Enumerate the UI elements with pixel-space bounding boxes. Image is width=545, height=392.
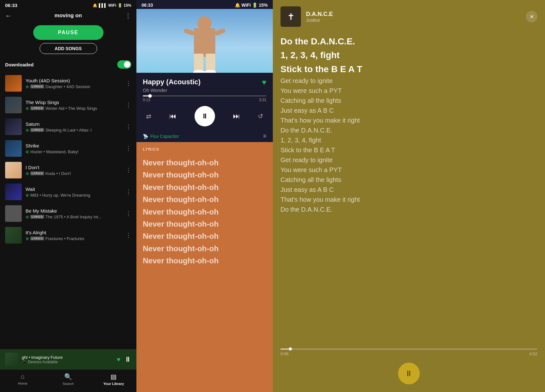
song-dots-bemistake[interactable]: ⋮ bbox=[126, 210, 131, 217]
time-panel2: 06:33 bbox=[142, 3, 153, 8]
dance-lyric-8: That's how you make it right bbox=[280, 116, 537, 125]
song-info-idont: I Don't ⊕ LYRICS Koda • I Don't bbox=[26, 165, 120, 176]
dance-lyric-3: Stick to the B E A T bbox=[280, 62, 537, 76]
song-artist-bemistake: The 1975 • A Brief Inquiry Int... bbox=[45, 215, 102, 219]
lyrics-panel: LYRICS Never thought-oh-oh Never thought… bbox=[136, 142, 273, 392]
song-dots-shrike[interactable]: ⋮ bbox=[126, 145, 131, 152]
nav-library[interactable]: ▤ Your Library bbox=[91, 373, 136, 386]
song-info-wisp: The Wisp Sings ⊕ LYRICS Winter Aid • The… bbox=[26, 100, 120, 111]
progress-track[interactable] bbox=[143, 95, 266, 96]
p3-progress-track[interactable] bbox=[280, 349, 537, 350]
mini-player-title: ght • Imaginary Future bbox=[22, 355, 113, 360]
panel1-header: ← moving on ⋮ bbox=[0, 9, 136, 21]
playback-controls: ⇄ ⏮ ⏸ ⏭ ↺ bbox=[136, 102, 273, 130]
song-dots-saturn[interactable]: ⋮ bbox=[126, 123, 131, 130]
download-icon-wisp: ⊕ bbox=[26, 106, 29, 111]
progress-current: 0:13 bbox=[143, 98, 150, 102]
lyrics-lines: Never thought-oh-oh Never thought-oh-oh … bbox=[143, 157, 266, 267]
nav-home[interactable]: ⌂ Home bbox=[0, 373, 45, 386]
next-button[interactable]: ⏭ bbox=[233, 112, 240, 120]
panel3-dance-lyrics: ✝ D.A.N.C.E Justice ✕ Do the D.A.N.C.E. … bbox=[273, 0, 545, 392]
mini-player-sub: 📱 Devices Available bbox=[22, 360, 113, 364]
p3-progress-handle bbox=[289, 347, 292, 351]
pause-button-mini[interactable]: ⏸ bbox=[124, 355, 131, 364]
song-dots-idont[interactable]: ⋮ bbox=[126, 167, 131, 174]
search-icon: 🔍 bbox=[64, 373, 72, 381]
dance-lyric-15: Just easy as A B C bbox=[280, 185, 537, 195]
song-item-youth[interactable]: Youth (4AD Session) ⊕ LYRICS Daughter • … bbox=[0, 72, 136, 94]
download-toggle[interactable] bbox=[117, 60, 131, 69]
more-options-button[interactable]: ⋮ bbox=[125, 12, 131, 19]
battery-percent: 15% bbox=[124, 3, 131, 8]
song-title-saturn: Saturn bbox=[26, 121, 120, 127]
queue-button[interactable]: ≡ bbox=[263, 133, 266, 139]
lyrics-badge-bemistake: LYRICS bbox=[30, 215, 44, 219]
bottom-nav: ⌂ Home 🔍 Search ▤ Your Library bbox=[0, 369, 136, 392]
alarm-icon: 🔔 bbox=[93, 3, 97, 8]
song-item-saturn[interactable]: Saturn ⊕ LYRICS Sleeping At Last • Atlas… bbox=[0, 116, 136, 138]
status-bar-panel2: 06:33 🔔 WiFi 🔋 15% bbox=[136, 0, 273, 9]
song-title-idont: I Don't bbox=[26, 165, 120, 170]
dance-lyric-7: Just easy as A B C bbox=[280, 106, 537, 116]
lyric-line-7: Never thought-oh-oh bbox=[143, 230, 266, 242]
repeat-button[interactable]: ↺ bbox=[258, 112, 263, 120]
shuffle-button[interactable]: ⇄ bbox=[146, 112, 151, 120]
song-dots-alright[interactable]: ⋮ bbox=[126, 232, 131, 239]
download-icon-idont: ⊕ bbox=[26, 171, 29, 176]
dance-lyric-16: That's how you make it right bbox=[280, 195, 537, 205]
time-panel1: 06:33 bbox=[5, 3, 17, 8]
progress-times: 0:13 3:31 bbox=[143, 98, 266, 102]
playing-artist: Oh Wonder bbox=[143, 87, 201, 93]
lyrics-badge-saturn: LYRICS bbox=[30, 128, 44, 132]
download-icon-wait: ⊕ bbox=[26, 193, 29, 198]
song-item-shrike[interactable]: Shrike ⊕ Hozier • Wasteland, Baby! ⋮ bbox=[0, 138, 136, 159]
like-button-mini[interactable]: ♥ bbox=[117, 356, 120, 363]
download-icon-saturn: ⊕ bbox=[26, 128, 29, 132]
alarm-icon-p2: 🔔 bbox=[235, 3, 240, 8]
song-dots-wait[interactable]: ⋮ bbox=[126, 188, 131, 195]
battery-icon-p2: 🔋 15% bbox=[252, 3, 268, 8]
song-info-alright: It's Alright ⊕ LYRICS Fractures • Fractu… bbox=[26, 230, 120, 241]
song-title-shrike: Shrike bbox=[26, 143, 120, 148]
nav-search[interactable]: 🔍 Search bbox=[45, 373, 91, 386]
song-info-wait: Wait ⊕ M83 • Hurry up, We're Dreaming bbox=[26, 186, 120, 198]
song-list: Youth (4AD Session) ⊕ LYRICS Daughter • … bbox=[0, 72, 136, 349]
pause-button[interactable]: PAUSE bbox=[33, 25, 104, 40]
progress-area: 0:13 3:31 bbox=[136, 95, 273, 102]
dance-lyric-17: Do the D.A.N.C.E. bbox=[280, 205, 537, 215]
progress-handle bbox=[148, 94, 152, 98]
p3-current-time: 0:06 bbox=[280, 351, 288, 356]
close-button[interactable]: ✕ bbox=[526, 11, 537, 22]
panel2-player: 06:33 🔔 WiFi 🔋 15% bbox=[136, 0, 273, 392]
search-label: Search bbox=[63, 382, 74, 386]
mini-player-sub-text: Devices Available bbox=[28, 360, 58, 364]
song-title-bemistake: Be My Mistake bbox=[26, 208, 120, 214]
song-item-alright[interactable]: It's Alright ⊕ LYRICS Fractures • Fractu… bbox=[0, 224, 136, 246]
song-info-shrike: Shrike ⊕ Hozier • Wasteland, Baby! bbox=[26, 143, 120, 154]
back-button[interactable]: ← bbox=[5, 12, 12, 19]
dance-lyric-2: 1, 2, 3, 4, fight bbox=[280, 48, 537, 62]
dance-lyric-12: Get ready to ignite bbox=[280, 155, 537, 165]
mini-player[interactable]: ght • Imaginary Future 📱 Devices Availab… bbox=[0, 349, 136, 369]
song-dots-wisp[interactable]: ⋮ bbox=[126, 102, 131, 109]
add-songs-button[interactable]: ADD SONGS bbox=[40, 43, 97, 54]
lyric-line-3: Never thought-oh-oh bbox=[143, 181, 266, 193]
cross-icon: ✝ bbox=[287, 11, 295, 22]
play-pause-button[interactable]: ⏸ bbox=[195, 106, 215, 126]
lyric-line-4: Never thought-oh-oh bbox=[143, 193, 266, 206]
wifi-icon: WiFi bbox=[108, 3, 116, 8]
prev-button[interactable]: ⏮ bbox=[169, 112, 176, 120]
dance-album-art: ✝ bbox=[280, 6, 301, 27]
album-art bbox=[136, 9, 273, 73]
song-item-bemistake[interactable]: Be My Mistake ⊕ LYRICS The 1975 • A Brie… bbox=[0, 203, 136, 224]
p3-pause-button[interactable]: ⏸ bbox=[398, 363, 420, 384]
song-thumb-saturn bbox=[5, 118, 22, 135]
status-icons-panel2: 🔔 WiFi 🔋 15% bbox=[235, 3, 268, 8]
song-info-bemistake: Be My Mistake ⊕ LYRICS The 1975 • A Brie… bbox=[26, 208, 120, 219]
song-item-wait[interactable]: Wait ⊕ M83 • Hurry up, We're Dreaming ⋮ bbox=[0, 181, 136, 203]
song-dots-youth[interactable]: ⋮ bbox=[126, 80, 131, 87]
song-item-wisp[interactable]: The Wisp Sings ⊕ LYRICS Winter Aid • The… bbox=[0, 94, 136, 116]
song-item-idont[interactable]: I Don't ⊕ LYRICS Koda • I Don't ⋮ bbox=[0, 159, 136, 181]
dance-lyric-4: Get ready to ignite bbox=[280, 76, 537, 86]
like-button-player[interactable]: ♥ bbox=[262, 78, 266, 87]
